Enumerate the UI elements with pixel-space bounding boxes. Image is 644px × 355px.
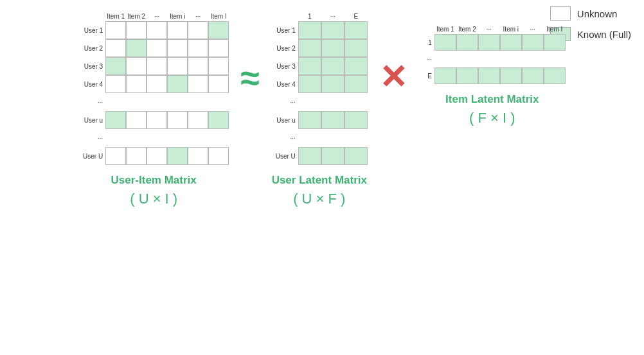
row-header: User 2 [78,45,105,52]
grid-cell [105,111,126,129]
col-header: Item I [208,13,229,21]
grid-cell [500,67,522,84]
col-header: ··· [522,26,544,34]
times-operator: ✕ [374,58,413,96]
grid-cell-dots [126,93,147,111]
grid-cell [147,111,167,129]
grid-cell [147,147,167,165]
grid-cell [167,75,188,93]
grid-cell [298,39,321,57]
col-header: Item 2 [456,26,478,34]
grid-cell [522,34,544,51]
col-header: E [344,13,368,21]
grid-cell [105,57,126,75]
grid-cell [478,67,500,84]
col-header: ··· [478,26,500,34]
row-header: ··· [271,135,298,142]
grid-cell [188,75,208,93]
grid-cell [208,21,229,39]
grid-cell [522,67,544,84]
grid-cell [344,147,368,165]
row-header: User 3 [271,63,298,70]
grid-cell [434,67,456,84]
item-latent-title: Item Latent Matrix [445,93,539,106]
grid-cell [126,39,147,57]
grid-cell [344,111,368,129]
grid-cell [298,75,321,93]
grid-cell [105,147,126,165]
grid-cell-dots [522,51,544,67]
grid-cell [208,111,229,129]
row-header: User 3 [78,63,105,70]
grid-cell [147,39,167,57]
grid-cell [298,111,321,129]
grid-cell [188,57,208,75]
user-item-title: User-Item Matrix [111,174,197,187]
grid-cell [208,57,229,75]
grid-cell-dots [298,93,321,111]
grid-cell [126,147,147,165]
user-item-subtitle: ( U × I ) [130,191,177,207]
grid-cell-dots [321,93,344,111]
col-header: ··· [188,13,208,21]
grid-cell [344,39,368,57]
col-header: Item i [500,26,522,34]
grid-cell [126,111,147,129]
grid-cell [188,39,208,57]
row-header: User 4 [78,81,105,88]
col-header: Item I [544,26,566,34]
grid-cell [147,21,167,39]
grid-cell-dots [126,129,147,147]
grid-cell [298,147,321,165]
grid-cell [321,111,344,129]
grid-cell [188,21,208,39]
row-header: ··· [78,135,105,142]
main-container: Item 1Item 2···Item i···Item IUser 1User… [0,0,644,214]
grid-cell [344,21,368,39]
row-header: E [419,73,434,80]
user-latent-subtitle: ( U × F ) [293,191,345,207]
row-header: User 1 [78,27,105,34]
user-item-matrix-section: Item 1Item 2···Item i···Item IUser 1User… [78,13,229,207]
item-latent-grid: Item 1Item 2···Item i···Item I1···E [419,26,566,84]
grid-cell [188,147,208,165]
grid-cell-dots [208,129,229,147]
grid-cell [167,147,188,165]
grid-cell-dots [478,51,500,67]
grid-cell-dots [321,129,344,147]
row-header: User 4 [271,81,298,88]
col-header: Item 1 [105,13,126,21]
row-header: User U [78,153,105,160]
grid-cell-dots [344,93,368,111]
grid-cell [126,75,147,93]
grid-cell-dots [147,93,167,111]
grid-cell [344,57,368,75]
grid-cell [208,75,229,93]
grid-cell [105,39,126,57]
col-header: ··· [147,13,167,21]
grid-cell [126,57,147,75]
grid-cell [544,34,566,51]
user-latent-grid: 1···EUser 1User 2User 3User 4···User u··… [271,13,368,165]
row-header: 1 [419,39,434,46]
user-latent-title: User Latent Matrix [272,174,367,187]
col-header: Item 1 [434,26,456,34]
grid-cell [105,21,126,39]
grid-cell-dots [167,129,188,147]
grid-cell [456,67,478,84]
grid-cell-dots [188,129,208,147]
row-header: ··· [419,56,434,63]
grid-cell [321,147,344,165]
grid-cell [167,57,188,75]
col-header: Item 2 [126,13,147,21]
col-header: Item i [167,13,188,21]
item-latent-subtitle: ( F × I ) [469,110,515,126]
grid-cell [167,39,188,57]
grid-cell [321,39,344,57]
row-header: ··· [271,99,298,106]
grid-cell-dots [500,51,522,67]
grid-cell [321,21,344,39]
grid-cell [126,21,147,39]
user-item-grid: Item 1Item 2···Item i···Item IUser 1User… [78,13,229,165]
row-header: User 1 [271,27,298,34]
